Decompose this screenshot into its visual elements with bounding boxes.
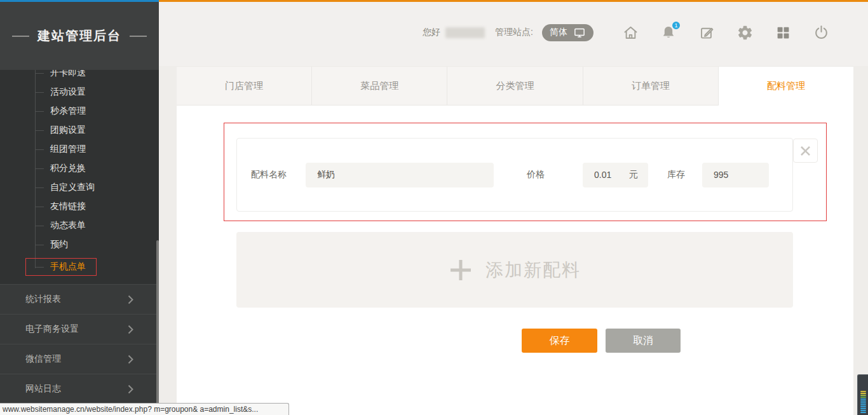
sidebar-submenu-item-label: 手机点单 — [50, 261, 86, 273]
meter-stripe — [860, 395, 866, 396]
chevron-right-icon — [128, 325, 133, 334]
add-ingredient-button[interactable]: 添加新配料 — [236, 232, 793, 308]
bell-icon[interactable]: 1 — [660, 24, 677, 41]
sidebar-section-label: 网站日志 — [25, 383, 61, 395]
header-top-strip — [159, 0, 868, 2]
ingredient-name-field — [306, 163, 494, 187]
meter-stripe — [860, 408, 866, 409]
header-toolbar: 您好 管理站点: 简体 — [423, 24, 830, 41]
price-input[interactable] — [594, 170, 622, 180]
sidebar-submenu-item-label: 秒杀管理 — [50, 105, 86, 117]
browser-status-bar: www.websitemanage.cn/website/index.php? … — [0, 403, 289, 415]
sidebar: 建站管理后台 开卡即送 活动设置 秒杀管理 团购设置 — [0, 0, 159, 415]
redacted-username — [445, 27, 485, 38]
tab-label: 配料管理 — [767, 80, 805, 92]
audio-meter-widget — [857, 374, 868, 415]
stock-label: 库存 — [667, 169, 685, 180]
stock-input[interactable] — [714, 170, 769, 180]
plus-icon — [449, 258, 473, 282]
sidebar-submenu-item[interactable]: 活动设置 — [0, 83, 159, 102]
price-field: 元 — [583, 163, 648, 187]
sidebar-submenu-item-label: 开卡即送 — [50, 70, 86, 79]
monitor-icon — [573, 27, 586, 39]
sidebar-submenu-item[interactable]: 动态表单 — [0, 216, 159, 235]
remove-row-button[interactable] — [793, 139, 818, 163]
tab-item[interactable]: 配料管理 — [719, 67, 853, 105]
tab-label: 菜品管理 — [360, 80, 398, 92]
tab-item[interactable]: 分类管理 — [447, 67, 583, 105]
cancel-button[interactable]: 取消 — [606, 329, 681, 353]
sidebar-submenu-item-label: 友情链接 — [50, 201, 86, 212]
sidebar-submenu-item[interactable]: 预约 — [0, 235, 159, 254]
tab-item[interactable]: 菜品管理 — [312, 67, 447, 105]
sidebar-submenu-item[interactable]: 手机点单 — [0, 257, 159, 276]
add-ingredient-label: 添加新配料 — [485, 258, 581, 282]
save-button[interactable]: 保存 — [522, 329, 597, 353]
price-unit-label: 元 — [629, 169, 638, 180]
ingredient-row-card: 配料名称 价格 元 库存 — [236, 138, 793, 212]
tab-item[interactable]: 门店管理 — [177, 67, 312, 105]
ingredient-name-label: 配料名称 — [251, 169, 287, 180]
price-label: 价格 — [527, 169, 545, 180]
sidebar-section-item[interactable]: 微信管理 — [0, 344, 159, 374]
sidebar-submenu-item-label: 自定义查询 — [50, 182, 95, 193]
chevron-right-icon — [128, 355, 133, 364]
app-title: 建站管理后台 — [12, 27, 147, 44]
main-header: 您好 管理站点: 简体 — [159, 0, 868, 66]
title-dash-left — [12, 36, 29, 37]
sidebar-submenu-item-label: 团购设置 — [50, 125, 86, 136]
meter-stripe — [860, 393, 866, 394]
meter-stripe — [860, 404, 866, 405]
sidebar-sections: 统计报表 电子商务设置 微信管理 网站日志 — [0, 284, 159, 404]
sidebar-submenu-item-label: 积分兑换 — [50, 163, 86, 174]
tab-item[interactable]: 订单管理 — [583, 67, 719, 105]
content-panel: 门店管理 菜品管理 分类管理 订单管理 配料管理 配料名称 价格 — [177, 66, 853, 415]
sidebar-section-label: 统计报表 — [25, 294, 61, 305]
sidebar-submenu-item[interactable]: 开卡即送 — [0, 70, 159, 83]
sidebar-submenu-item-label: 组团管理 — [50, 144, 86, 155]
language-site-pill[interactable]: 简体 — [542, 24, 593, 41]
sidebar-submenu-item[interactable]: 组团管理 — [0, 140, 159, 159]
meter-stripe — [860, 412, 866, 413]
sidebar-header: 建站管理后台 — [0, 2, 159, 70]
sidebar-submenu-item[interactable]: 团购设置 — [0, 121, 159, 140]
sidebar-section-label: 电子商务设置 — [25, 323, 79, 335]
stock-field — [702, 163, 769, 187]
sidebar-submenu-item[interactable]: 自定义查询 — [0, 178, 159, 197]
meter-stripe — [860, 391, 866, 392]
tab-label: 门店管理 — [225, 80, 263, 92]
app-title-text: 建站管理后台 — [37, 27, 121, 44]
close-icon — [800, 146, 811, 156]
edit-icon[interactable] — [698, 24, 715, 41]
chevron-right-icon — [128, 295, 133, 304]
sidebar-scrollbar-thumb[interactable] — [156, 240, 159, 411]
sidebar-submenu: 开卡即送 活动设置 秒杀管理 团购设置 组团管理 — [0, 70, 159, 276]
meter-stripe — [860, 410, 866, 411]
sidebar-submenu-item-label: 动态表单 — [50, 220, 86, 231]
sidebar-section-item[interactable]: 统计报表 — [0, 284, 159, 314]
sidebar-submenu-item[interactable]: 友情链接 — [0, 197, 159, 216]
meter-stripe — [860, 397, 866, 398]
meter-stripe — [860, 406, 866, 407]
sidebar-submenu-section: 开卡即送 活动设置 秒杀管理 团购设置 组团管理 — [0, 70, 159, 284]
notification-badge: 1 — [671, 20, 681, 31]
meter-stripe — [860, 400, 866, 402]
sidebar-submenu-item[interactable]: 秒杀管理 — [0, 102, 159, 121]
chevron-right-icon — [128, 384, 133, 394]
sidebar-submenu-item-label: 活动设置 — [50, 86, 86, 98]
power-icon[interactable] — [812, 24, 830, 41]
home-icon[interactable] — [621, 24, 639, 41]
tab-label: 分类管理 — [496, 80, 534, 92]
gear-icon[interactable] — [736, 24, 754, 41]
header-icons: 1 — [621, 24, 830, 41]
apps-grid-icon[interactable] — [774, 24, 792, 41]
ingredient-name-input[interactable] — [317, 170, 494, 180]
meter-stripe — [860, 402, 866, 404]
sidebar-submenu-item-label: 预约 — [50, 239, 68, 250]
sidebar-section-item[interactable]: 网站日志 — [0, 374, 159, 404]
manage-site-label: 管理站点: — [495, 27, 533, 38]
title-dash-right — [130, 36, 147, 37]
sidebar-submenu-item[interactable]: 积分兑换 — [0, 159, 159, 178]
tab-label: 订单管理 — [632, 80, 670, 92]
sidebar-section-item[interactable]: 电子商务设置 — [0, 314, 159, 344]
